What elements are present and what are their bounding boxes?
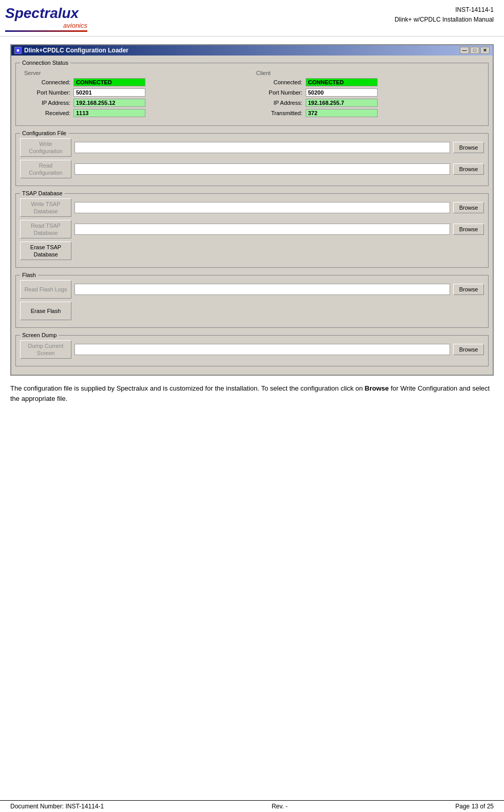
client-connected-value: CONNECTED: [306, 78, 378, 86]
connection-status-inner: Server Connected: CONNECTED Port Number:…: [20, 68, 484, 121]
screen-dump-group: Screen Dump Dump Current Screen Browse: [15, 332, 489, 366]
client-transmitted-label: Transmitted:: [256, 110, 303, 116]
flash-legend: Flash: [20, 272, 38, 278]
server-received-value: 1113: [73, 109, 145, 117]
write-tsap-input[interactable]: [74, 202, 450, 213]
erase-tsap-button[interactable]: Erase TSAP Database: [20, 242, 71, 260]
client-group: Client Connected: CONNECTED Port Number:…: [252, 68, 484, 121]
client-connected-label: Connected:: [256, 79, 303, 85]
erase-flash-row: Erase Flash: [20, 302, 484, 320]
flash-group: Flash Read Flash Logs Browse Erase Flash: [15, 272, 489, 328]
logo-lux: lux: [58, 5, 79, 22]
server-port-row: Port Number: 50201: [24, 88, 248, 97]
logo-area: Spectralux avionics: [5, 5, 87, 32]
write-tsap-browse-button[interactable]: Browse: [453, 202, 484, 213]
server-port-label: Port Number:: [24, 89, 70, 96]
read-flash-logs-button[interactable]: Read Flash Logs: [20, 280, 71, 299]
minimize-button[interactable]: —: [460, 47, 469, 54]
dump-screen-input[interactable]: [74, 344, 450, 355]
logo-avionics: avionics: [63, 22, 87, 29]
server-connected-row: Connected: CONNECTED: [24, 78, 248, 86]
footer-doc-label: Document Number:: [10, 803, 64, 810]
tsap-database-group: TSAP Database Write TSAP Database Browse…: [15, 190, 489, 268]
dump-screen-browse-button[interactable]: Browse: [453, 344, 484, 355]
doc-line1: INST-14114-1: [395, 5, 494, 15]
connection-status-group: Connection Status Server Connected: CONN…: [15, 60, 489, 126]
maximize-button[interactable]: □: [470, 47, 479, 54]
titlebar-left: ■ Dlink+CPDLC Configuration Loader: [14, 47, 128, 54]
read-config-row: Read Configuraiton Browse: [20, 160, 484, 178]
close-button[interactable]: ✕: [480, 47, 490, 54]
doc-line2: Dlink+ w/CPDLC Installation Manual: [395, 15, 494, 25]
footer-doc-value: INST-14114-1: [65, 803, 104, 810]
page-header: Spectralux avionics INST-14114-1 Dlink+ …: [0, 0, 504, 36]
logo-text: Spectralux: [5, 5, 87, 22]
client-port-label: Port Number:: [256, 89, 303, 96]
config-file-group: Configuration File Write Configuraiton B…: [15, 130, 489, 186]
client-transmitted-value: 372: [306, 109, 378, 117]
logo-bar: [5, 30, 87, 32]
write-config-row: Write Configuraiton Browse: [20, 138, 484, 157]
client-ip-label: IP Address:: [256, 100, 303, 106]
footer-doc-number: Document Number: INST-14114-1: [10, 803, 104, 810]
read-configuration-button[interactable]: Read Configuraiton: [20, 160, 71, 178]
write-tsap-button[interactable]: Write TSAP Database: [20, 198, 71, 217]
client-ip-value: 192.168.255.7: [306, 99, 378, 107]
read-flash-input[interactable]: [74, 284, 450, 295]
doc-info: INST-14114-1 Dlink+ w/CPDLC Installation…: [395, 5, 494, 25]
server-port-value: 50201: [73, 88, 145, 97]
dump-current-screen-button[interactable]: Dump Current Screen: [20, 340, 71, 359]
page-footer: Document Number: INST-14114-1 Rev. - Pag…: [0, 800, 504, 812]
titlebar-buttons[interactable]: — □ ✕: [460, 47, 490, 54]
description-bold: Browse: [365, 384, 389, 392]
window-body: Connection Status Server Connected: CONN…: [11, 56, 493, 375]
server-received-label: Received:: [24, 110, 70, 116]
footer-rev: Rev. -: [272, 803, 288, 810]
read-flash-browse-button[interactable]: Browse: [453, 284, 484, 295]
erase-tsap-row: Erase TSAP Database: [20, 242, 484, 260]
window-frame: ■ Dlink+CPDLC Configuration Loader — □ ✕…: [10, 44, 494, 376]
read-config-browse-button[interactable]: Browse: [453, 163, 484, 175]
write-tsap-row: Write TSAP Database Browse: [20, 198, 484, 217]
connection-status-legend: Connection Status: [20, 60, 70, 66]
write-config-browse-button[interactable]: Browse: [453, 142, 484, 153]
tsap-database-legend: TSAP Database: [20, 190, 65, 196]
read-tsap-row: Read TSAP Database Browse: [20, 220, 484, 238]
erase-flash-button[interactable]: Erase Flash: [20, 302, 71, 320]
server-ip-label: IP Address:: [24, 100, 70, 106]
server-title: Server: [24, 70, 248, 76]
read-flash-row: Read Flash Logs Browse: [20, 280, 484, 299]
client-port-row: Port Number: 50200: [256, 88, 480, 97]
client-port-value: 50200: [306, 88, 378, 97]
write-configuration-button[interactable]: Write Configuraiton: [20, 138, 71, 157]
main-content: ■ Dlink+CPDLC Configuration Loader — □ ✕…: [0, 36, 504, 411]
write-config-input[interactable]: [74, 142, 450, 153]
server-connected-label: Connected:: [24, 79, 70, 85]
server-ip-value: 192.168.255.12: [73, 99, 145, 107]
read-tsap-input[interactable]: [74, 224, 450, 235]
read-tsap-button[interactable]: Read TSAP Database: [20, 220, 71, 238]
server-group: Server Connected: CONNECTED Port Number:…: [20, 68, 252, 121]
logo-spectra: Spectra: [5, 5, 58, 22]
client-title: Client: [256, 70, 480, 76]
server-connected-value: CONNECTED: [73, 78, 145, 86]
client-transmitted-row: Transmitted: 372: [256, 109, 480, 117]
description-part1: The configuration file is supplied by Sp…: [10, 384, 365, 392]
read-tsap-browse-button[interactable]: Browse: [453, 224, 484, 235]
description-text: The configuration file is supplied by Sp…: [10, 383, 494, 403]
read-config-input[interactable]: [74, 163, 450, 175]
client-ip-row: IP Address: 192.168.255.7: [256, 99, 480, 107]
footer-page: Page 13 of 25: [455, 803, 494, 810]
server-ip-row: IP Address: 192.168.255.12: [24, 99, 248, 107]
window-title: Dlink+CPDLC Configuration Loader: [24, 47, 128, 54]
dump-screen-row: Dump Current Screen Browse: [20, 340, 484, 359]
server-received-row: Received: 1113: [24, 109, 248, 117]
config-file-legend: Configuration File: [20, 130, 68, 136]
window-titlebar: ■ Dlink+CPDLC Configuration Loader — □ ✕: [11, 45, 493, 56]
screen-dump-legend: Screen Dump: [20, 332, 59, 338]
client-connected-row: Connected: CONNECTED: [256, 78, 480, 86]
window-icon: ■: [14, 47, 22, 54]
